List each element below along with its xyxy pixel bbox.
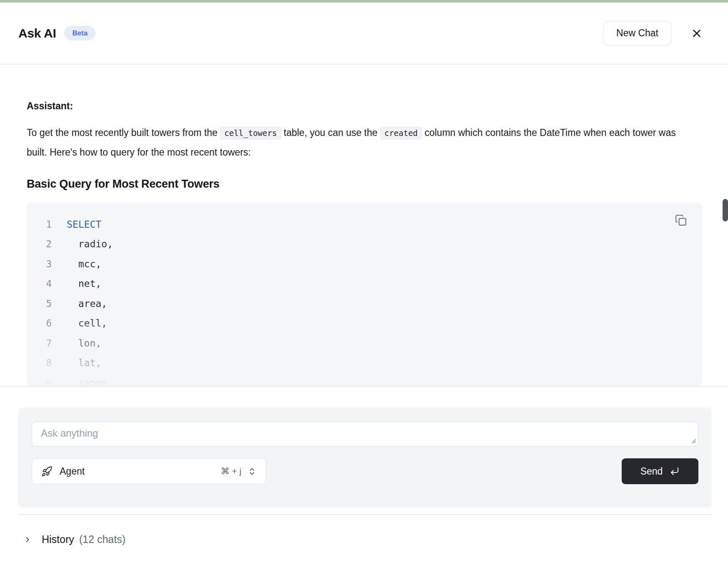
code-text: mcc, [67, 259, 101, 269]
line-number: 8 [27, 357, 52, 368]
header-actions: New Chat [603, 21, 704, 45]
code-line: 9 range, [27, 373, 702, 386]
new-chat-button[interactable]: New Chat [603, 21, 671, 45]
ask-input-wrap [32, 422, 698, 447]
code-text: net, [67, 278, 101, 289]
rocket-icon [41, 466, 53, 477]
send-button[interactable]: Send [622, 458, 698, 484]
copy-code-button[interactable] [675, 214, 688, 227]
scrollbar-thumb[interactable] [723, 199, 728, 221]
sql-code-block: 1 SELECT 2 radio, 3 mcc, 4 net, 5 area, … [27, 203, 702, 386]
code-text: range, [67, 377, 113, 386]
keyboard-shortcut: ⌘ + j [221, 466, 241, 476]
history-divider [18, 514, 712, 515]
header-title-group: Ask AI Beta [18, 26, 95, 40]
code-text: radio, [67, 239, 113, 249]
page-title: Ask AI [18, 26, 56, 40]
history-count: (12 chats) [79, 533, 126, 545]
code-line: 6 cell, [27, 314, 702, 334]
return-icon [670, 466, 680, 476]
inline-code-cell-towers: cell_towers [220, 127, 281, 139]
composer-panel: Agent ⌘ + j Send [18, 407, 712, 508]
composer-controls: Agent ⌘ + j Send [32, 458, 698, 484]
code-line: 7 lon, [27, 333, 702, 353]
line-number: 5 [27, 298, 52, 309]
inline-code-created: created [380, 127, 422, 139]
send-button-label: Send [640, 466, 663, 477]
chat-message-area: Assistant: To get the most recently buil… [0, 100, 728, 386]
beta-badge: Beta [64, 26, 95, 40]
assistant-role-label: Assistant: [27, 100, 702, 112]
ask-input[interactable] [32, 422, 698, 447]
ask-ai-panel: Ask AI Beta New Chat Assistant: To get t… [0, 0, 728, 568]
header: Ask AI Beta New Chat [0, 3, 728, 65]
history-label: History [42, 533, 74, 545]
assistant-message-text: To get the most recently built towers fr… [27, 123, 694, 162]
line-number: 7 [27, 338, 52, 349]
line-number: 1 [27, 219, 52, 230]
message-text-segment: To get the most recently built towers fr… [27, 127, 220, 138]
code-text: lon, [67, 338, 101, 349]
code-text: SELECT [67, 219, 101, 230]
section-heading: Basic Query for Most Recent Towers [27, 177, 702, 191]
content-divider [0, 386, 728, 387]
chevron-right-icon [23, 535, 32, 544]
code-line: 8 lat, [27, 353, 702, 373]
code-line: 5 area, [27, 294, 702, 314]
code-line: 2 radio, [27, 234, 702, 254]
line-number: 9 [27, 377, 52, 386]
agent-mode-selector[interactable]: Agent ⌘ + j [32, 458, 266, 484]
code-line: 4 net, [27, 274, 702, 294]
line-number: 6 [27, 318, 52, 329]
code-text: area, [67, 298, 107, 309]
line-number: 4 [27, 278, 52, 289]
agent-shortcut-group: ⌘ + j [221, 466, 256, 476]
history-toggle[interactable]: History (12 chats) [23, 533, 728, 545]
code-text: lat, [67, 357, 101, 368]
message-text-segment: table, you can use the [281, 127, 380, 138]
close-button[interactable] [690, 26, 704, 40]
code-line: 1 SELECT [27, 214, 702, 234]
agent-mode-label: Agent [60, 466, 85, 477]
code-text: cell, [67, 318, 107, 329]
chevrons-up-down-icon [248, 467, 256, 476]
line-number: 2 [27, 239, 52, 249]
code-line: 3 mcc, [27, 254, 702, 274]
close-icon [690, 27, 703, 40]
line-number: 3 [27, 259, 52, 269]
copy-icon [675, 214, 688, 226]
